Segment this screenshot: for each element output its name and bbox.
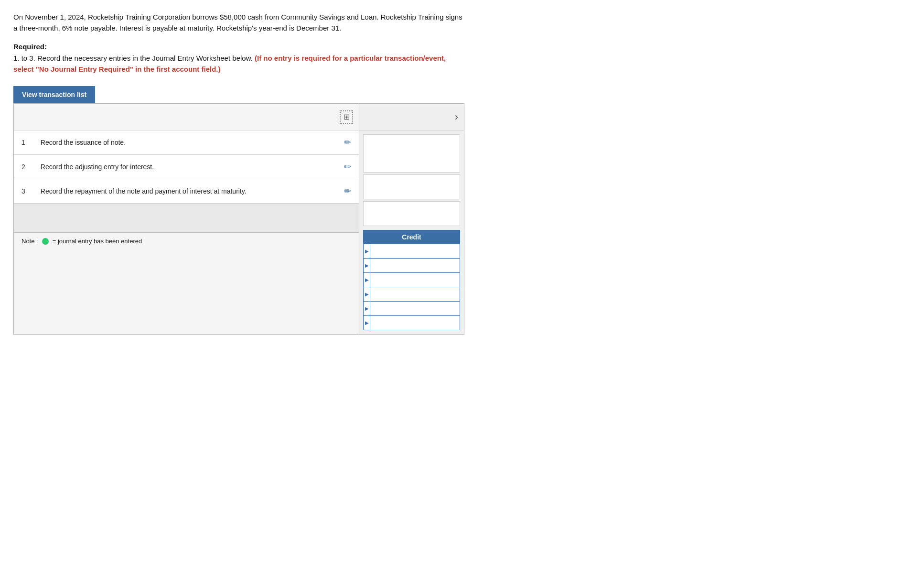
credit-row-1: ▶ (363, 244, 460, 259)
left-panel: ⊞ 1 Record the issuance of note. ✏ 2 Rec… (14, 104, 359, 334)
credit-arrow-3: ▶ (364, 273, 370, 287)
empty-row (14, 204, 359, 232)
table-row: 2 Record the adjusting entry for interes… (14, 155, 359, 179)
credit-input-1[interactable] (370, 244, 460, 258)
credit-row-6: ▶ (363, 316, 460, 330)
credit-row-3: ▶ (363, 273, 460, 287)
tx-edit-1[interactable]: ✏ (336, 130, 359, 155)
credit-input-5[interactable] (370, 302, 460, 315)
tx-num-3: 3 (14, 179, 33, 204)
credit-input-2[interactable] (370, 259, 460, 272)
credit-row-5: ▶ (363, 302, 460, 316)
green-dot-icon (42, 238, 49, 245)
problem-statement: On November 1, 2024, Rocketship Training… (13, 13, 462, 32)
credit-input-3[interactable] (370, 273, 460, 287)
right-top-bar: › (359, 104, 464, 130)
transaction-table: 1 Record the issuance of note. ✏ 2 Recor… (14, 130, 359, 232)
tx-desc-1: Record the issuance of note. (33, 130, 336, 155)
credit-section: Credit ▶ ▶ ▶ (363, 230, 460, 330)
problem-text: On November 1, 2024, Rocketship Training… (13, 11, 464, 34)
grid-icon[interactable]: ⊞ (340, 110, 353, 124)
tx-desc-3: Record the repayment of the note and pay… (33, 179, 336, 204)
credit-input-6[interactable] (370, 316, 460, 330)
empty-cell (14, 204, 359, 232)
note-label: Note : (21, 238, 38, 245)
instruction-text: 1. to 3. Record the necessary entries in… (13, 53, 464, 75)
credit-row-2: ▶ (363, 259, 460, 273)
right-panel: › Credit ▶ ▶ (359, 104, 464, 334)
credit-arrow-5: ▶ (364, 302, 370, 315)
edit-icon-2[interactable]: ✏ (344, 162, 351, 172)
required-section: Required: 1. to 3. Record the necessary … (13, 43, 464, 75)
required-label: Required: (13, 43, 464, 51)
tx-edit-3[interactable]: ✏ (336, 179, 359, 204)
note-text: = journal entry has been entered (53, 238, 142, 245)
credit-rows: ▶ ▶ ▶ ▶ (363, 244, 460, 330)
right-content: Credit ▶ ▶ ▶ (359, 130, 464, 334)
white-box-mid2 (363, 201, 460, 226)
credit-arrow-4: ▶ (364, 287, 370, 301)
credit-input-4[interactable] (370, 287, 460, 301)
edit-icon-1[interactable]: ✏ (344, 138, 351, 147)
white-box-mid1 (363, 174, 460, 199)
table-row: 3 Record the repayment of the note and p… (14, 179, 359, 204)
chevron-right-icon[interactable]: › (455, 111, 458, 123)
tx-edit-2[interactable]: ✏ (336, 155, 359, 179)
table-row: 1 Record the issuance of note. ✏ (14, 130, 359, 155)
tx-num-1: 1 (14, 130, 33, 155)
top-bar: ⊞ (14, 104, 359, 130)
note-row: Note : = journal entry has been entered (14, 232, 359, 249)
tx-num-2: 2 (14, 155, 33, 179)
view-transaction-list-button[interactable]: View transaction list (13, 86, 95, 103)
white-box-top (363, 134, 460, 173)
credit-arrow-1: ▶ (364, 244, 370, 258)
credit-arrow-2: ▶ (364, 259, 370, 272)
edit-icon-3[interactable]: ✏ (344, 186, 351, 196)
credit-arrow-6: ▶ (364, 316, 370, 330)
worksheet-container: View transaction list ⊞ 1 Record the iss… (13, 86, 464, 335)
worksheet-outer: ⊞ 1 Record the issuance of note. ✏ 2 Rec… (13, 103, 464, 335)
instruction-plain: 1. to 3. Record the necessary entries in… (13, 54, 253, 62)
credit-row-4: ▶ (363, 287, 460, 302)
credit-header: Credit (363, 230, 460, 244)
tx-desc-2: Record the adjusting entry for interest. (33, 155, 336, 179)
